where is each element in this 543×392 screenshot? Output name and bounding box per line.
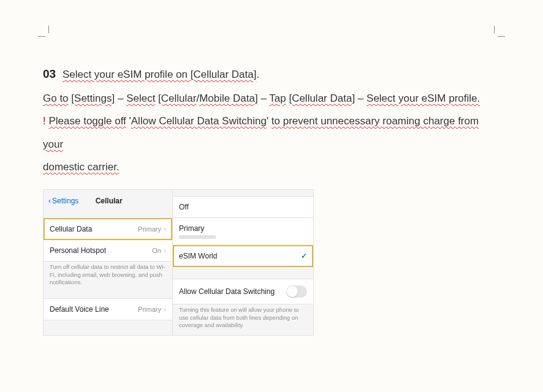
row-default-voice-line[interactable]: Default Voice Line Primary › (44, 298, 172, 320)
screenshot-data-line-select: Off Primary eSIM World ✓ Allow Cellular … (173, 190, 313, 335)
step-number: 03 (43, 67, 56, 80)
row-cellular-data[interactable]: Cellular Data Primary › (44, 218, 172, 240)
row-personal-hotspot[interactable]: Personal Hotspot On › (44, 239, 172, 262)
nav-bar: ‹ Settings Cellular (44, 190, 172, 212)
footer-note-restrict: Turn off cellular data to restrict all d… (44, 261, 172, 292)
warning-mark: ! (43, 115, 46, 127)
chevron-right-icon: › (164, 305, 166, 314)
document-body: 03 Select your eSIM profile on [Cellular… (43, 61, 500, 336)
crop-mark-top-right (494, 26, 505, 37)
chevron-right-icon: › (164, 225, 166, 233)
step-path: Go to [Settings] – Select [Cellular/Mobi… (43, 87, 500, 110)
row-off[interactable]: Off (173, 196, 313, 218)
nav-title: Cellular (50, 197, 167, 205)
step-warning-cont: domestic carrier. (43, 156, 500, 178)
toggle-switch[interactable] (286, 285, 307, 298)
step-title-text: Select your eSIM profile on [Cellular Da… (63, 69, 257, 80)
footer-note-switching: Turning this feature on will allow your … (173, 304, 313, 335)
row-primary[interactable]: Primary (173, 217, 313, 246)
crop-mark-top-left (38, 26, 49, 37)
signal-bar-icon (179, 235, 216, 239)
row-allow-switching[interactable]: Allow Cellular Data Switching (173, 279, 313, 304)
step-title: 03 Select your eSIM profile on [Cellular… (43, 61, 500, 87)
checkmark-icon: ✓ (301, 252, 307, 260)
step-warning: ! Please toggle off 'Allow Cellular Data… (43, 110, 500, 156)
row-esim-world[interactable]: eSIM World ✓ (173, 245, 313, 267)
screenshot-cellular-settings: ‹ Settings Cellular Cellular Data Primar… (44, 190, 173, 335)
chevron-right-icon: › (164, 246, 166, 255)
screenshot-container: ‹ Settings Cellular Cellular Data Primar… (43, 189, 314, 336)
